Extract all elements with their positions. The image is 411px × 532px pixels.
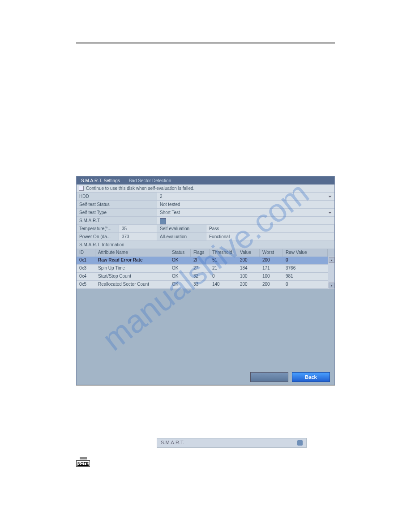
smart-run-cell xyxy=(157,217,334,224)
self-evaluation-value: Pass xyxy=(206,225,334,232)
col-attribute-name: Attribute Name xyxy=(95,249,169,257)
back-button[interactable]: Back xyxy=(292,372,330,382)
col-value: Value xyxy=(237,249,260,257)
all-evaluation-value: Functional xyxy=(206,233,334,240)
cell-id: 0x5 xyxy=(77,281,95,288)
cell-attr: Raw Read Error Rate xyxy=(95,257,169,264)
cell-flags: 2f xyxy=(191,257,210,264)
all-evaluation-label: All-evaluation xyxy=(157,233,206,240)
cell-status: OK xyxy=(169,257,191,264)
cell-threshold: 21 xyxy=(210,265,237,272)
cell-flags: 27 xyxy=(191,265,210,272)
cell-raw: 0 xyxy=(283,281,328,288)
cell-attr: Reallocated Sector Count xyxy=(95,281,169,288)
cell-value: 200 xyxy=(237,257,260,264)
cell-value: 100 xyxy=(237,273,260,280)
hdd-label: HDD xyxy=(77,193,157,200)
cell-status: OK xyxy=(169,281,191,288)
cell-attr: Start/Stop Count xyxy=(95,273,169,280)
self-test-type-select[interactable]: Short Test xyxy=(157,209,334,216)
cell-id: 0x3 xyxy=(77,265,95,272)
smart-table-header: ID Attribute Name Status Flags Threshold… xyxy=(77,249,334,257)
power-on-label: Power On (da... xyxy=(77,233,119,240)
cell-flags: 32 xyxy=(191,273,210,280)
cell-status: OK xyxy=(169,265,191,272)
col-worst: Worst xyxy=(260,249,283,257)
table-scrollbar[interactable]: ▴ ▾ xyxy=(328,257,334,289)
self-test-status-label: Self-test Status xyxy=(77,201,157,208)
snippet-smart-label: S.M.A.R.T. xyxy=(157,438,293,448)
scroll-gutter-top xyxy=(328,249,334,257)
continue-use-checkbox-row[interactable]: Continue to use this disk when self-eval… xyxy=(77,184,334,193)
self-test-status-value: Not tested xyxy=(157,201,334,208)
smart-settings-window: S.M.A.R.T. Settings Bad Sector Detection… xyxy=(76,176,335,385)
tab-smart-settings[interactable]: S.M.A.R.T. Settings xyxy=(77,178,124,183)
continue-use-checkbox[interactable] xyxy=(79,186,84,191)
temperature-value: 35 xyxy=(119,225,157,232)
table-row[interactable]: 0x5 Reallocated Sector Count OK 33 140 2… xyxy=(77,281,328,289)
page-top-rule xyxy=(76,43,335,43)
smart-label: S.M.A.R.T. xyxy=(77,217,157,224)
cell-attr: Spin Up Time xyxy=(95,265,169,272)
cell-worst: 100 xyxy=(260,273,283,280)
cell-id: 0x4 xyxy=(77,273,95,280)
snippet-gear-button[interactable] xyxy=(293,438,307,448)
scroll-up-icon[interactable]: ▴ xyxy=(329,257,334,263)
cell-worst: 171 xyxy=(260,265,283,272)
smart-table-body: 0x1 Raw Read Error Rate OK 2f 51 200 200… xyxy=(77,257,334,289)
table-row[interactable]: 0x4 Start/Stop Count OK 32 0 100 100 981 xyxy=(77,273,328,281)
apply-button[interactable] xyxy=(250,372,288,382)
col-flags: Flags xyxy=(191,249,210,257)
cell-raw: 3766 xyxy=(283,265,328,272)
self-evaluation-label: Self-evaluation xyxy=(157,225,206,232)
col-id: ID xyxy=(77,249,95,257)
power-on-value: 373 xyxy=(119,233,157,240)
temperature-label: Temperature(°... xyxy=(77,225,119,232)
cell-worst: 200 xyxy=(260,257,283,264)
smart-field-snippet: S.M.A.R.T. xyxy=(157,438,307,448)
tab-bar: S.M.A.R.T. Settings Bad Sector Detection xyxy=(77,176,334,184)
col-threshold: Threshold xyxy=(210,249,237,257)
cell-value: 184 xyxy=(237,265,260,272)
button-bar: Back xyxy=(77,369,334,385)
hdd-select[interactable]: 2 xyxy=(157,193,334,200)
gear-icon xyxy=(297,440,303,446)
continue-use-label: Continue to use this disk when self-eval… xyxy=(86,186,194,191)
cell-worst: 200 xyxy=(260,281,283,288)
cell-raw: 0 xyxy=(283,257,328,264)
cell-threshold: 0 xyxy=(210,273,237,280)
cell-value: 200 xyxy=(237,281,260,288)
cell-threshold: 140 xyxy=(210,281,237,288)
col-status: Status xyxy=(169,249,191,257)
scroll-down-icon[interactable]: ▾ xyxy=(329,283,334,288)
table-row[interactable]: 0x1 Raw Read Error Rate OK 2f 51 200 200… xyxy=(77,257,328,265)
cell-raw: 981 xyxy=(283,273,328,280)
table-row[interactable]: 0x3 Spin Up Time OK 27 21 184 171 3766 xyxy=(77,265,328,273)
col-raw-value: Raw Value xyxy=(283,249,328,257)
cell-threshold: 51 xyxy=(210,257,237,264)
horizontal-rule xyxy=(76,385,335,386)
cell-flags: 33 xyxy=(191,281,210,288)
smart-info-header: S.M.A.R.T. Information xyxy=(77,241,334,249)
smart-run-icon[interactable] xyxy=(160,218,166,224)
window-body-empty xyxy=(77,289,334,369)
self-test-type-label: Self-test Type xyxy=(77,209,157,216)
note-icon: NOTE xyxy=(76,457,90,467)
note-pin-icon xyxy=(80,457,87,459)
note-label: NOTE xyxy=(76,460,90,467)
cell-id: 0x1 xyxy=(77,257,95,264)
tab-bad-sector-detection[interactable]: Bad Sector Detection xyxy=(124,178,176,183)
cell-status: OK xyxy=(169,273,191,280)
